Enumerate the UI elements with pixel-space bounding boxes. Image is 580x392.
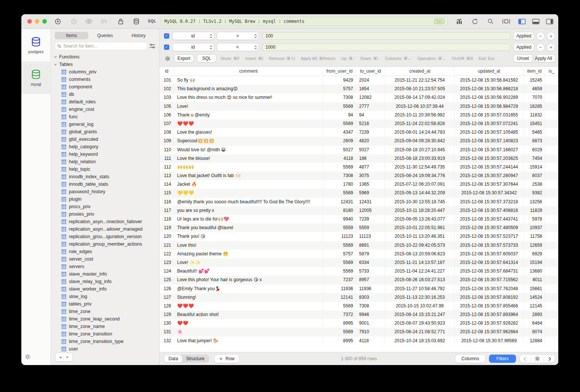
sidebar-table-item[interactable]: general_log bbox=[51, 121, 159, 128]
cell-is[interactable] bbox=[545, 85, 558, 93]
cell-comment[interactable]: ❤️❤️❤️ bbox=[174, 119, 323, 128]
cell-from_user_id[interactable]: 5559 bbox=[323, 224, 356, 232]
sidebar-table-item[interactable]: servers bbox=[51, 263, 159, 270]
log-icon[interactable] bbox=[100, 18, 107, 25]
cell-id[interactable]: 120 bbox=[160, 232, 174, 241]
sidebar-table-item[interactable]: innodb_index_stats bbox=[51, 173, 159, 180]
cell-from_user_id[interactable]: 12431 bbox=[323, 198, 356, 206]
cell-from_user_id[interactable]: 9429 bbox=[323, 76, 356, 85]
cell-item_id[interactable]: 10937 bbox=[524, 224, 545, 232]
cell-updated_at[interactable]: 2015-12-08 15:30:57.34342 bbox=[455, 189, 524, 197]
cell-created_at[interactable]: 2015-11-24 22:02:58.828 bbox=[385, 119, 455, 128]
sidebar-table-item[interactable]: time_zone_leap_second bbox=[51, 315, 159, 323]
tree-section-tables[interactable]: Tables bbox=[51, 61, 159, 68]
cell-updated_at[interactable]: 2015-12-08 15:30:57.523717 bbox=[455, 232, 524, 241]
disconnect-icon[interactable] bbox=[70, 18, 78, 25]
sidebar-table-item[interactable]: replication_group_member_actions bbox=[51, 240, 159, 248]
cell-is[interactable] bbox=[545, 250, 558, 258]
cell-id[interactable]: 108 bbox=[160, 128, 174, 137]
sidebar-table-item[interactable]: db bbox=[51, 91, 159, 98]
tab-data[interactable]: Data bbox=[164, 355, 182, 362]
table-row[interactable]: 119Thank you beautiful @laurel5559555920… bbox=[160, 224, 558, 232]
tree-section-functions[interactable]: Functions bbox=[51, 53, 159, 61]
minimize-button[interactable] bbox=[35, 19, 39, 24]
cell-is[interactable] bbox=[545, 310, 558, 319]
sidebar-table-item[interactable]: password_history bbox=[51, 188, 159, 195]
cell-updated_at[interactable]: 2015-12-08 15:30:56.841592 bbox=[455, 76, 524, 85]
cell-id[interactable]: 125 bbox=[160, 276, 174, 284]
cell-from_user_id[interactable]: 5569 bbox=[323, 302, 356, 310]
cell-from_user_id[interactable]: 5569 bbox=[323, 267, 356, 276]
cell-updated_at[interactable]: 2015-12-08 15:30:57.480509 bbox=[455, 224, 524, 232]
panel-bottom-icon[interactable] bbox=[532, 18, 540, 25]
cell-comment[interactable]: ❤️❤️ bbox=[174, 319, 323, 328]
table-row[interactable]: 123Love! ✨✨556963342015-11-21 14:13:57.1… bbox=[160, 258, 558, 267]
cell-created_at[interactable]: 2015-08-10 21:23:57.505 bbox=[385, 85, 455, 93]
cell-comment[interactable]: This background is amazing😍 bbox=[174, 85, 323, 93]
cell-comment[interactable]: ❤️❤️❤️ bbox=[174, 302, 323, 310]
cell-from_user_id[interactable]: 5569 bbox=[323, 189, 356, 197]
unset-button[interactable]: Unset bbox=[514, 55, 532, 62]
cell-comment[interactable]: Stunning! bbox=[174, 293, 323, 302]
cell-from_user_id[interactable]: 2609 bbox=[323, 137, 356, 145]
cell-to_user_id[interactable]: 5733 bbox=[356, 267, 385, 276]
cell-item_id[interactable]: 2538 bbox=[524, 180, 545, 189]
sql-icon[interactable]: SQL bbox=[148, 19, 156, 23]
cell-id[interactable]: 112 bbox=[160, 163, 174, 171]
remove-filter-button[interactable]: − bbox=[537, 43, 544, 51]
cell-comment[interactable]: Love! ✨✨ bbox=[174, 258, 323, 267]
sidebar-table-item[interactable]: comments bbox=[51, 76, 159, 83]
cell-updated_at[interactable]: 2015-12-08 15:30:57.443741 bbox=[455, 215, 524, 224]
search-icon[interactable] bbox=[487, 18, 494, 25]
cell-created_at[interactable]: 2015-11-27 10:58:46.792 bbox=[385, 285, 455, 293]
cell-is[interactable] bbox=[545, 285, 558, 293]
cell-from_user_id[interactable]: 4347 bbox=[323, 128, 356, 137]
cell-created_at[interactable]: 2015-08-24 21:08:52.771 bbox=[385, 328, 455, 336]
cell-updated_at[interactable]: 2015-12-08 15:30:57.684731 bbox=[455, 267, 524, 276]
eye-icon[interactable] bbox=[85, 18, 92, 25]
tab-items[interactable]: Items bbox=[55, 32, 88, 39]
filter-applied-button[interactable]: Applied bbox=[514, 43, 534, 51]
column-header-comment[interactable]: comment bbox=[174, 67, 323, 76]
cell-to_user_id[interactable]: 2777 bbox=[356, 102, 385, 111]
cell-is[interactable] bbox=[545, 276, 558, 284]
cell-to_user_id[interactable]: 3075 bbox=[356, 171, 385, 180]
filter-column-select[interactable]: id bbox=[173, 32, 214, 40]
cell-created_at[interactable]: 2015-11-21 22:12:54.754 bbox=[385, 76, 455, 85]
cell-from_user_id[interactable]: 5569 bbox=[323, 241, 356, 250]
cell-is[interactable] bbox=[545, 180, 558, 189]
column-header-updated_at[interactable]: updated_at bbox=[455, 67, 524, 76]
cell-id[interactable]: 105 bbox=[160, 102, 174, 111]
cell-item_id[interactable]: 8873 bbox=[524, 137, 545, 145]
sidebar-table-item[interactable]: component bbox=[51, 83, 159, 91]
sidebar-table-item[interactable]: proxies_priv bbox=[51, 210, 159, 218]
table-row[interactable]: 120Thank you! 😘11123111232015-10-11 13:2… bbox=[160, 232, 558, 241]
cell-from_user_id[interactable]: 1780 bbox=[323, 180, 356, 189]
table-row[interactable]: 122Amazing pastel theme 😬575758792015-08… bbox=[160, 250, 558, 258]
cell-from_user_id[interactable]: 4118 bbox=[323, 154, 356, 163]
cell-comment[interactable]: you are so pretty x bbox=[174, 206, 323, 215]
sidebar-table-item[interactable]: default_roles bbox=[51, 98, 159, 106]
cell-comment[interactable]: 🌸 bbox=[174, 328, 323, 336]
cell-is[interactable] bbox=[545, 232, 558, 241]
tab-queries[interactable]: Queries bbox=[88, 32, 122, 39]
sidebar-table-item[interactable]: slow_log bbox=[51, 293, 159, 300]
cell-updated_at[interactable]: 2015-12-08 15:30:57.715562 bbox=[455, 276, 524, 284]
cell-to_user_id[interactable]: 5027 bbox=[356, 146, 385, 154]
cell-to_user_id[interactable]: 6334 bbox=[356, 258, 385, 267]
cell-to_user_id[interactable]: 186 bbox=[356, 154, 385, 163]
cell-item_id[interactable]: 8011 bbox=[524, 276, 545, 284]
sidebar-table-item[interactable]: replication_asyn...nnection_failover bbox=[51, 218, 159, 225]
cell-created_at[interactable]: 2015-08-14 15:15:21.247 bbox=[385, 310, 455, 319]
cell-created_at[interactable]: 2015-08-24 19:09:34.776 bbox=[385, 171, 455, 180]
cell-created_at[interactable]: 2015-08-18 20:27:10.945 bbox=[385, 146, 455, 154]
cell-item_id[interactable]: 15194 bbox=[524, 258, 545, 267]
cell-item_id[interactable]: 12659 bbox=[524, 241, 545, 250]
sidebar-table-item[interactable]: global_grants bbox=[51, 128, 159, 136]
cell-comment[interactable]: Thank you beautiful @laurel bbox=[174, 224, 323, 232]
cell-created_at[interactable]: 2015-09-04 09:28:30.842 bbox=[385, 137, 455, 145]
column-header-item_id[interactable]: item_id bbox=[524, 67, 545, 76]
cell-item_id[interactable]: 15914 bbox=[524, 163, 545, 171]
column-header-is[interactable]: is_ bbox=[545, 67, 558, 76]
sidebar-table-item[interactable]: server_cost bbox=[51, 255, 159, 263]
